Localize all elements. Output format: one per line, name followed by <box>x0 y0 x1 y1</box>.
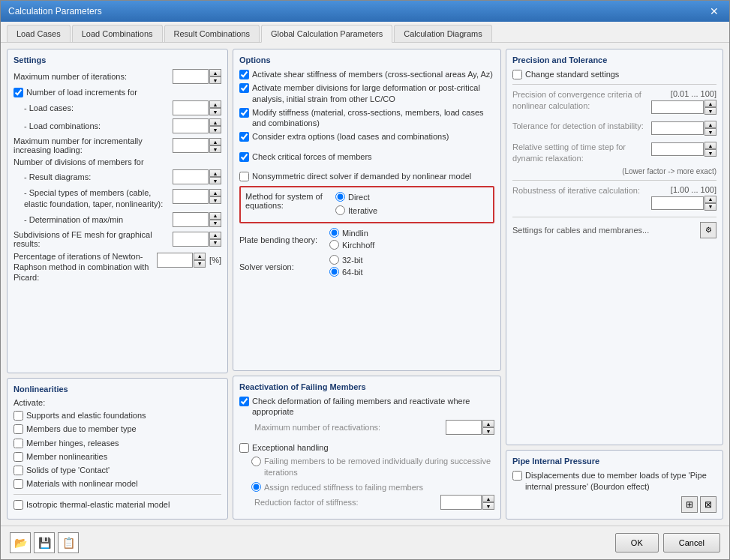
change-settings-check[interactable] <box>512 70 522 79</box>
subdivisions-up[interactable]: ▲ <box>209 232 221 239</box>
load-comb-spinner[interactable]: 1 ▲ ▼ <box>173 118 221 133</box>
reduction-down[interactable]: ▼ <box>482 502 494 510</box>
result-diagrams-input[interactable]: 10 <box>173 169 209 184</box>
special-types-input[interactable]: 10 <box>173 189 209 204</box>
tolerance-down[interactable]: ▼ <box>704 128 716 136</box>
max-iterations-up[interactable]: ▲ <box>209 69 221 76</box>
load-comb-down[interactable]: ▼ <box>209 126 221 133</box>
result-diagrams-up[interactable]: ▲ <box>209 169 221 177</box>
opt-check3[interactable] <box>239 108 249 118</box>
determination-up[interactable]: ▲ <box>209 212 221 220</box>
tab-global-calc[interactable]: Global Calculation Parameters <box>261 25 392 43</box>
nonlin-item-1: Members due to member type <box>14 424 221 434</box>
isotropic-check[interactable] <box>14 500 23 510</box>
opt-check2[interactable] <box>239 83 249 93</box>
footer-icon-2[interactable]: 💾 <box>34 532 55 553</box>
relative-down[interactable]: ▼ <box>704 149 716 157</box>
max-reactivations-down[interactable]: ▼ <box>482 427 494 435</box>
load-cases-down[interactable]: ▼ <box>209 108 221 115</box>
max-incremental-spinner[interactable]: 1000 ▲ ▼ <box>173 138 221 153</box>
close-button[interactable]: ✕ <box>707 5 722 17</box>
pipe-icon-2[interactable]: ⊠ <box>700 496 716 513</box>
load-cases-input[interactable]: 1 <box>173 100 209 115</box>
convergence-down[interactable]: ▼ <box>704 107 716 115</box>
determination-spinner[interactable]: 10 ▲ ▼ <box>173 212 221 227</box>
assign-radio[interactable] <box>251 482 261 492</box>
max-iterations-input[interactable]: 100 <box>173 69 209 84</box>
percentage-up[interactable]: ▲ <box>194 253 206 260</box>
max-iterations-down[interactable]: ▼ <box>209 76 221 84</box>
tab-result-combinations[interactable]: Result Combinations <box>164 25 260 42</box>
pipe-pressure-title: Pipe Internal Pressure <box>512 457 716 466</box>
percentage-spinner[interactable]: 5 ▲ ▼ <box>157 253 206 268</box>
load-comb-input[interactable]: 1 <box>173 118 209 133</box>
load-increments-check[interactable] <box>14 88 23 97</box>
pipe-pressure-check[interactable] <box>512 471 522 481</box>
subdivisions-down[interactable]: ▼ <box>209 239 221 247</box>
special-types-spinner[interactable]: 10 ▲ ▼ <box>173 189 221 204</box>
cancel-button[interactable]: Cancel <box>663 533 720 553</box>
nonlin-check-1[interactable] <box>14 424 23 434</box>
cables-settings-button[interactable]: ⚙ <box>700 222 716 238</box>
max-incremental-down[interactable]: ▼ <box>209 145 221 153</box>
plate-mindlin-radio[interactable] <box>329 228 339 238</box>
solver-32-radio[interactable] <box>329 255 339 265</box>
special-types-down[interactable]: ▼ <box>209 196 221 204</box>
result-diagrams-down[interactable]: ▼ <box>209 177 221 184</box>
nonlin-check-0[interactable] <box>14 411 23 421</box>
convergence-up[interactable]: ▲ <box>704 100 716 107</box>
footer-icon-3[interactable]: 📋 <box>58 532 79 553</box>
tab-calc-diagrams[interactable]: Calculation Diagrams <box>394 25 492 42</box>
robustness-input[interactable] <box>651 196 704 210</box>
footer-icon-1[interactable]: 📂 <box>10 532 31 553</box>
max-reactivations-spinner[interactable]: 3 ▲ ▼ <box>446 420 494 435</box>
load-comb-up[interactable]: ▲ <box>209 118 221 126</box>
determination-down[interactable]: ▼ <box>209 220 221 227</box>
subdivisions-input[interactable]: 3 <box>173 232 209 247</box>
solver-64-radio[interactable] <box>329 267 339 277</box>
max-reactivations-input[interactable]: 3 <box>446 420 482 435</box>
nonlin-check-4[interactable] <box>14 466 23 475</box>
percentage-input[interactable]: 5 <box>157 253 193 268</box>
subdivisions-spinner[interactable]: 3 ▲ ▼ <box>173 232 221 247</box>
relative-input[interactable] <box>651 142 704 156</box>
reduction-input[interactable]: 1000 <box>440 495 482 510</box>
relative-up[interactable]: ▲ <box>704 142 716 149</box>
opt-check5[interactable] <box>239 152 249 162</box>
nonlin-check-5[interactable] <box>14 479 23 489</box>
special-types-up[interactable]: ▲ <box>209 189 221 196</box>
plate-kirchhoff-radio[interactable] <box>329 240 339 250</box>
load-cases-up[interactable]: ▲ <box>209 100 221 108</box>
tab-load-combinations[interactable]: Load Combinations <box>72 25 163 42</box>
reduction-spinner[interactable]: 1000 ▲ ▼ <box>440 495 494 510</box>
tab-load-cases[interactable]: Load Cases <box>7 25 71 42</box>
determination-input[interactable]: 10 <box>173 212 209 227</box>
nonlin-check-3[interactable] <box>14 452 23 462</box>
assign-row: Assign reduced stiffness to failing memb… <box>239 482 494 492</box>
failing-radio[interactable] <box>251 457 261 466</box>
max-reactivations-up[interactable]: ▲ <box>482 420 494 427</box>
max-iterations-spinner[interactable]: 100 ▲ ▼ <box>173 69 221 84</box>
method-direct-radio[interactable] <box>335 192 345 202</box>
check-deformation-check[interactable] <box>239 397 249 406</box>
result-diagrams-spinner[interactable]: 10 ▲ ▼ <box>173 169 221 184</box>
exceptional-check[interactable] <box>239 443 249 453</box>
convergence-input[interactable] <box>651 100 704 114</box>
opt-check4[interactable] <box>239 132 249 142</box>
ok-button[interactable]: OK <box>615 533 659 553</box>
method-iterative-radio[interactable] <box>335 205 345 215</box>
pipe-icon-1[interactable]: ⊞ <box>681 496 698 513</box>
robustness-up[interactable]: ▲ <box>704 196 716 203</box>
nonsymmetric-check[interactable] <box>239 172 249 181</box>
max-incremental-up[interactable]: ▲ <box>209 138 221 145</box>
max-incremental-input[interactable]: 1000 <box>173 138 209 153</box>
reduction-up[interactable]: ▲ <box>482 495 494 502</box>
tolerance-up[interactable]: ▲ <box>704 121 716 128</box>
load-cases-spinner[interactable]: 1 ▲ ▼ <box>173 100 221 115</box>
tolerance-input[interactable] <box>651 121 704 135</box>
percentage-down[interactable]: ▼ <box>194 260 206 268</box>
opt-check1[interactable] <box>239 70 249 79</box>
convergence-right: [0.01 ... 100] ▲ ▼ <box>651 89 716 115</box>
nonlin-check-2[interactable] <box>14 439 23 448</box>
robustness-down[interactable]: ▼ <box>704 203 716 211</box>
